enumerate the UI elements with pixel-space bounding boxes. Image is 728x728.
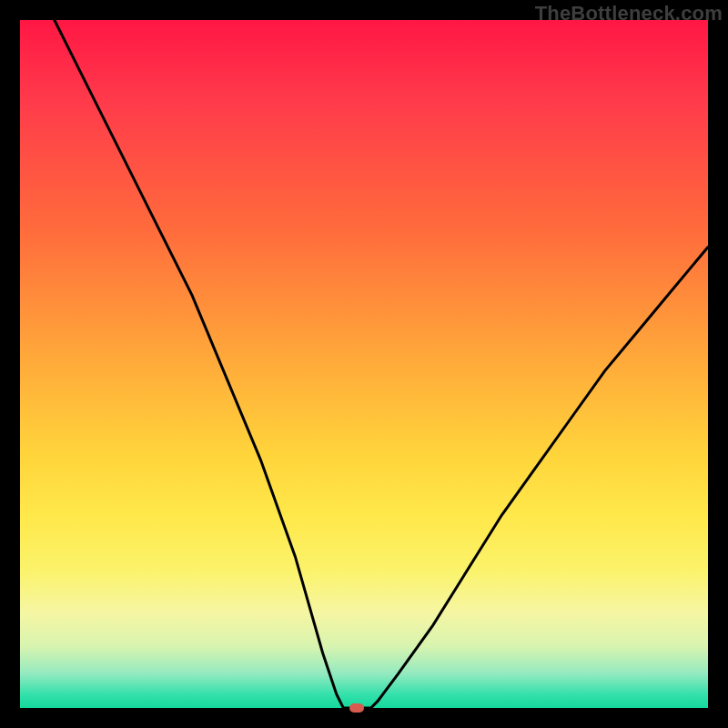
chart-frame: TheBottleneck.com xyxy=(0,0,728,728)
curve-path xyxy=(55,20,708,708)
bottleneck-curve xyxy=(20,20,708,708)
optimum-marker xyxy=(349,703,364,713)
plot-area xyxy=(20,20,708,708)
